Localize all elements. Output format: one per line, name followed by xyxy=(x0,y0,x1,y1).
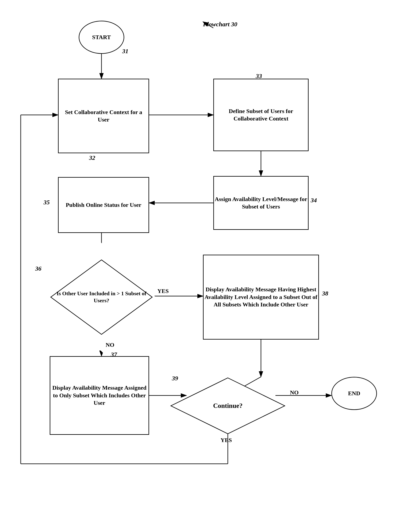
yes-label-36: YES xyxy=(157,288,169,294)
node-35: Publish Online Status for User xyxy=(58,177,149,233)
node-35-label: Publish Online Status for User xyxy=(66,201,141,209)
label-32: 32 xyxy=(89,154,95,161)
label-37: 37 xyxy=(111,351,117,358)
label-31: 31 xyxy=(122,48,128,55)
end-label: END xyxy=(348,390,360,397)
start-label: START xyxy=(92,33,111,41)
no-label-36: NO xyxy=(106,342,114,348)
label-38: 38 xyxy=(322,290,328,297)
node-38: Display Availability Message Having High… xyxy=(203,255,319,340)
start-node: START xyxy=(79,21,124,54)
node-34-label: Assign Availability Level/Message for Su… xyxy=(214,196,308,211)
svg-marker-18 xyxy=(51,260,152,335)
node-33-label: Define Subset of Users for Collaborative… xyxy=(214,107,308,123)
node-32-label: Set Collaborative Context for a User xyxy=(59,108,148,124)
end-node: END xyxy=(331,377,377,410)
node-37: Display Availability Message Assigned to… xyxy=(50,356,149,435)
node-33: Define Subset of Users for Collaborative… xyxy=(213,79,309,151)
node-38-label: Display Availability Message Having High… xyxy=(204,286,318,308)
label-33: 33 xyxy=(256,72,262,80)
node-37-label: Display Availability Message Assigned to… xyxy=(50,384,148,407)
label-39: 39 xyxy=(172,375,178,382)
label-34: 34 xyxy=(311,197,317,204)
svg-marker-19 xyxy=(171,378,285,434)
svg-line-16 xyxy=(203,22,213,28)
label-36: 36 xyxy=(35,265,41,272)
diagram-container: Flowchart 30 START 31 Set Collaborative … xyxy=(0,0,420,505)
node-34: Assign Availability Level/Message for Su… xyxy=(213,176,309,230)
no-label-39: NO xyxy=(290,389,299,396)
yes-label-39: YES xyxy=(221,437,232,443)
label-35: 35 xyxy=(44,199,50,206)
node-32: Set Collaborative Context for a User xyxy=(58,79,149,153)
